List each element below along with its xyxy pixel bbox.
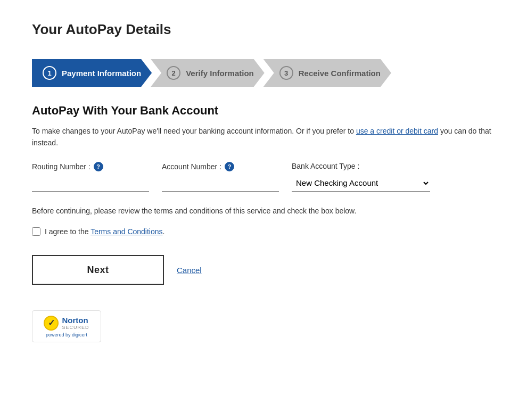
step-2-number: 2 [167,66,180,80]
routing-help-icon[interactable]: ? [94,162,103,171]
account-number-group: Account Number : ? [162,162,279,192]
agree-checkbox[interactable] [32,227,40,236]
step-3-number: 3 [279,66,293,80]
account-number-input[interactable] [162,176,279,192]
button-row: Next Cancel [32,255,495,285]
step-payment-information: 1 Payment Information [32,59,152,87]
terms-notice: Before continuing, please review the ter… [32,205,468,217]
norton-secured-badge: ✓ Norton SECURED powered by digicert [32,310,101,342]
routing-label: Routing Number : ? [32,162,149,171]
steps-breadcrumb: 1 Payment Information 2 Verify Informati… [32,59,495,87]
norton-top: ✓ Norton SECURED [44,316,89,331]
digicert-label: powered by digicert [46,332,87,337]
account-label: Account Number : ? [162,162,279,171]
routing-number-input[interactable] [32,176,149,192]
norton-brand: Norton SECURED [62,316,89,330]
credit-card-link[interactable]: use a credit or debit card [356,127,438,135]
step-1-number: 1 [43,66,56,80]
bank-type-select[interactable]: New Checking Account New Savings Account… [292,175,430,192]
form-fields-row: Routing Number : ? Account Number : ? Ba… [32,162,495,192]
terms-link[interactable]: Terms and Conditions [90,227,162,236]
routing-number-group: Routing Number : ? [32,162,149,192]
agree-row: I agree to the Terms and Conditions. [32,227,495,236]
step-1-label: Payment Information [62,69,141,78]
norton-checkmark-icon: ✓ [44,316,59,331]
section-title: AutoPay With Your Bank Account [32,104,495,118]
step-verify-information: 2 Verify Information [151,59,265,87]
description-text: To make changes to your AutoPay we'll ne… [32,125,495,149]
bank-type-group: Bank Account Type : New Checking Account… [292,162,430,192]
agree-label: I agree to the Terms and Conditions. [45,227,164,236]
step-receive-confirmation: 3 Receive Confirmation [264,59,391,87]
next-button[interactable]: Next [32,255,164,285]
step-3-label: Receive Confirmation [299,69,381,78]
page-title: Your AutoPay Details [32,21,495,38]
cancel-button[interactable]: Cancel [177,266,202,275]
step-2-label: Verify Information [186,69,254,78]
bank-type-label: Bank Account Type : [292,162,430,170]
account-help-icon[interactable]: ? [225,162,234,171]
norton-badge: ✓ Norton SECURED powered by digicert [32,310,495,342]
